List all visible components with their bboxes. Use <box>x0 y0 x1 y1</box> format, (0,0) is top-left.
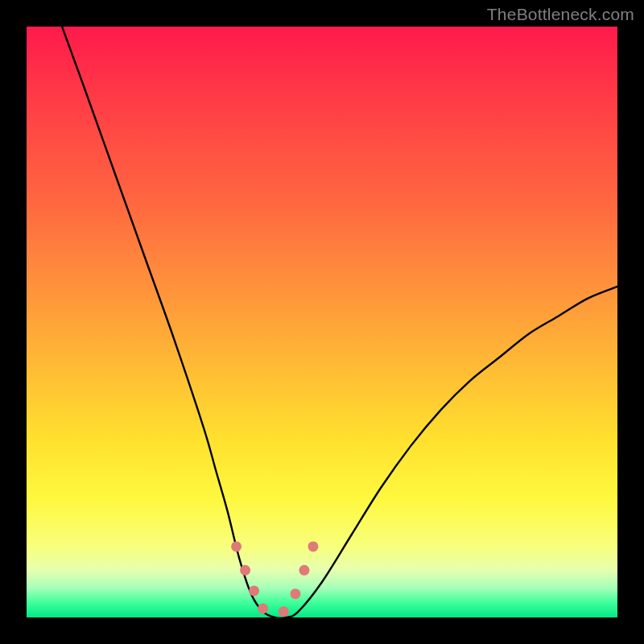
plot-area <box>27 27 617 617</box>
highlight-dot <box>279 606 289 617</box>
highlight-dot <box>231 541 242 551</box>
highlight-dot <box>290 588 300 599</box>
bottleneck-curve <box>62 27 617 617</box>
curve-layer <box>27 27 617 617</box>
highlight-dot <box>240 565 250 576</box>
watermark-text: TheBottleneck.com <box>487 5 634 24</box>
highlight-dot <box>258 603 268 613</box>
chart-frame: TheBottleneck.com <box>0 0 644 644</box>
highlight-dot <box>299 565 309 576</box>
highlight-dot <box>249 585 259 596</box>
highlight-dot <box>308 541 318 551</box>
